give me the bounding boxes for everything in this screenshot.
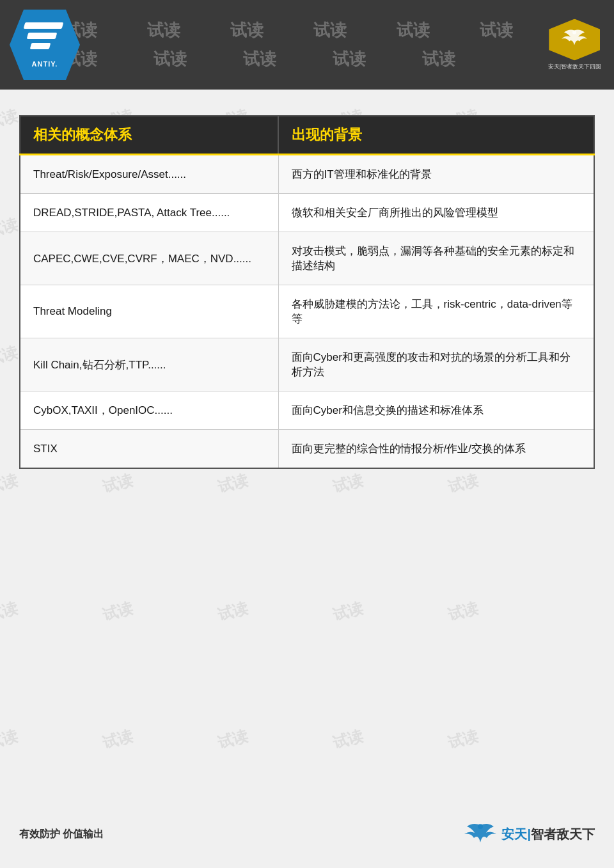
header-logo: ANTIY. — [10, 10, 80, 80]
table-cell-concept: STIX — [20, 430, 278, 469]
table-row: Threat/Risk/Exposure/Asset......西方的IT管理和… — [20, 155, 594, 194]
logo-stripe-2 — [26, 33, 57, 39]
col2-header: 出现的背景 — [278, 116, 594, 155]
table-cell-background: 面向Cyber和更高强度的攻击和对抗的场景的分析工具和分析方法 — [278, 338, 594, 391]
footer-brand-sub: 智者敌天下 — [531, 827, 595, 841]
table-row: Kill Chain,钻石分析,TTP......面向Cyber和更高强度的攻击… — [20, 338, 594, 391]
footer: 有效防护 价值输出 安天|智者敌天下 — [0, 820, 614, 849]
right-emblem — [549, 19, 600, 61]
table-cell-background: 面向Cyber和信息交换的描述和标准体系 — [278, 391, 594, 430]
table-row: CybOX,TAXII，OpenIOC......面向Cyber和信息交换的描述… — [20, 391, 594, 430]
logo-stripe-3 — [29, 43, 51, 49]
footer-left-text: 有效防护 价值输出 — [19, 828, 104, 841]
header: 试读 试读 试读 试读 试读 试读 试读 试读 试读 试读 试读 ANTIY. — [0, 0, 614, 90]
table-cell-background: 西方的IT管理和标准化的背景 — [278, 155, 594, 194]
table-cell-concept: DREAD,STRIDE,PASTA, Attack Tree...... — [20, 194, 278, 232]
main-content: 相关的概念体系 出现的背景 Threat/Risk/Exposure/Asset… — [0, 90, 614, 488]
right-logo-subtitle: 安天|智者敌天下四圆 — [548, 63, 601, 71]
table-cell-concept: Threat/Risk/Exposure/Asset...... — [20, 155, 278, 194]
logo-text: ANTIY. — [32, 60, 58, 68]
table-cell-concept: Kill Chain,钻石分析,TTP...... — [20, 338, 278, 391]
footer-brand-text: 安天|智者敌天下 — [501, 826, 595, 843]
logo-stripes — [24, 22, 66, 58]
svg-point-0 — [572, 31, 576, 35]
table-cell-concept: Threat Modeling — [20, 285, 278, 338]
logo-stripe-1 — [23, 22, 63, 29]
concept-table: 相关的概念体系 出现的背景 Threat/Risk/Exposure/Asset… — [19, 115, 595, 469]
table-cell-background: 对攻击模式，脆弱点，漏洞等各种基础的安全元素的标定和描述结构 — [278, 232, 594, 285]
table-cell-concept: CybOX,TAXII，OpenIOC...... — [20, 391, 278, 430]
eagle-icon — [560, 28, 589, 50]
svg-point-1 — [478, 824, 483, 829]
table-cell-background: 面向更完整的综合性的情报分析/作业/交换的体系 — [278, 430, 594, 469]
footer-right: 安天|智者敌天下 — [463, 820, 595, 849]
header-right-logo: 安天|智者敌天下四圆 — [548, 19, 601, 71]
table-row: Threat Modeling各种威胁建模的方法论，工具，risk-centri… — [20, 285, 594, 338]
table-cell-concept: CAPEC,CWE,CVE,CVRF，MAEC，NVD...... — [20, 232, 278, 285]
footer-bird-icon — [463, 820, 498, 849]
table-cell-background: 各种威胁建模的方法论，工具，risk-centric，data-driven等等 — [278, 285, 594, 338]
table-cell-background: 微软和相关安全厂商所推出的风险管理模型 — [278, 194, 594, 232]
table-row: CAPEC,CWE,CVE,CVRF，MAEC，NVD......对攻击模式，脆… — [20, 232, 594, 285]
table-row: STIX面向更完整的综合性的情报分析/作业/交换的体系 — [20, 430, 594, 469]
col1-header: 相关的概念体系 — [20, 116, 278, 155]
table-row: DREAD,STRIDE,PASTA, Attack Tree......微软和… — [20, 194, 594, 232]
table-header-row: 相关的概念体系 出现的背景 — [20, 116, 594, 155]
header-watermarks: 试读 试读 试读 试读 试读 试读 试读 试读 试读 试读 试读 — [0, 0, 614, 90]
